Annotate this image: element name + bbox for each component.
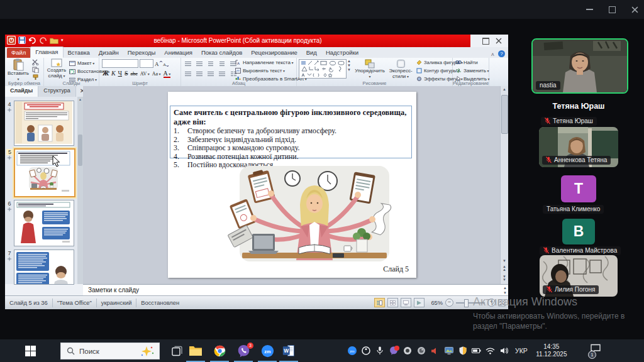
maximize-button[interactable]: [604, 4, 619, 14]
zoom-out-button[interactable]: −: [445, 299, 453, 307]
slideshow-view-button[interactable]: [414, 298, 425, 307]
tab-file[interactable]: Файл: [7, 48, 30, 58]
panel-scrollbar[interactable]: ▲: [77, 97, 83, 284]
battery-tray-icon[interactable]: [472, 346, 481, 356]
security-shield-tray-icon[interactable]: [458, 346, 467, 356]
shapes-more-icon[interactable]: ▼: [347, 68, 351, 72]
zoom-tray-icon[interactable]: zm: [347, 346, 357, 356]
slide-sorter-view-button[interactable]: [387, 298, 398, 307]
current-slide[interactable]: Саме вчитель є центральною фігурою інклю…: [168, 92, 416, 278]
underline-button[interactable]: Ч: [118, 70, 123, 77]
volume-tray-icon[interactable]: [499, 346, 509, 356]
taskbar-clock[interactable]: 14:35 11.12.2025: [534, 343, 569, 358]
tab-insert[interactable]: Вставка: [64, 48, 94, 58]
participant-tile-pogonya[interactable]: Лилия Погоня: [540, 255, 618, 297]
italic-button[interactable]: К: [111, 70, 116, 77]
grow-shrink-font-icons[interactable]: AA: [155, 60, 169, 67]
taskbar-search-box[interactable]: Поиск: [60, 343, 160, 359]
zoom-percentage[interactable]: 65%: [431, 300, 443, 306]
tab-view[interactable]: Вид: [302, 48, 321, 58]
shapes-scroll-up-icon[interactable]: ▲: [347, 59, 351, 63]
undo-icon[interactable]: [28, 37, 36, 44]
text-direction-button[interactable]: AНаправление текста: [235, 59, 307, 66]
shapes-gallery[interactable]: [299, 59, 347, 79]
tab-review[interactable]: Рецензирование: [247, 48, 301, 58]
tab-home[interactable]: Главная: [30, 47, 63, 58]
action-center-button[interactable]: 1: [590, 344, 605, 358]
participant-tile-nastia[interactable]: nastia: [531, 38, 628, 94]
slide-thumbnail-7[interactable]: [14, 250, 74, 285]
viber-taskbar-icon[interactable]: 3: [231, 339, 255, 362]
justify-button[interactable]: [218, 70, 226, 78]
align-right-button[interactable]: [206, 70, 215, 78]
reading-view-button[interactable]: [401, 298, 411, 307]
paste-button[interactable]: Вставить: [8, 58, 29, 82]
cut-icon[interactable]: [32, 59, 39, 65]
bullets-button[interactable]: [184, 60, 192, 68]
audio-alert-tray-icon[interactable]: [430, 346, 440, 356]
restore-window-icon[interactable]: [482, 38, 489, 45]
previous-slide-button[interactable]: ▲▲: [501, 265, 508, 272]
microphone-tray-icon[interactable]: [375, 346, 384, 356]
shapes-scroll-down-icon[interactable]: ▼: [347, 63, 351, 67]
panel-scrollbar-thumb[interactable]: [78, 134, 82, 166]
camera-app-tray-icon[interactable]: [402, 346, 412, 356]
bold-button[interactable]: Ж: [103, 70, 109, 77]
slide-thumbnail-5-selected[interactable]: [14, 148, 75, 197]
increase-indent-button[interactable]: [218, 60, 226, 68]
clear-formatting-button[interactable]: abc: [131, 71, 138, 77]
help-icon[interactable]: [498, 50, 505, 57]
slide-thumbnail-4[interactable]: [14, 101, 74, 146]
camera-app-tray-icon-2[interactable]: [416, 346, 426, 356]
slide-thumbnail-6[interactable]: [14, 200, 74, 246]
character-spacing-button[interactable]: AV: [140, 71, 150, 77]
tab-slides-thumbnails[interactable]: Слайды: [5, 86, 38, 97]
status-language[interactable]: украинский: [97, 299, 137, 307]
notes-pane[interactable]: Заметки к слайду ▲▼: [83, 284, 508, 295]
close-button[interactable]: [627, 4, 642, 14]
display-app-tray-icon[interactable]: [444, 346, 453, 356]
change-case-button[interactable]: Aa: [152, 71, 161, 77]
obs-tray-icon[interactable]: [361, 346, 370, 356]
numbering-button[interactable]: [195, 60, 204, 68]
participant-tile-annenkova[interactable]: Анненкова Тетяна: [539, 127, 618, 167]
scrollbar-thumb[interactable]: [501, 95, 508, 134]
next-slide-button[interactable]: ▼▼: [501, 275, 508, 282]
find-button[interactable]: Найти: [455, 59, 490, 66]
decrease-indent-button[interactable]: [206, 60, 215, 68]
strikethrough-button[interactable]: S: [125, 70, 128, 77]
zoom-taskbar-icon[interactable]: zm: [255, 339, 279, 362]
qat-dropdown-icon[interactable]: ▾: [61, 38, 64, 43]
language-indicator[interactable]: УКР: [513, 347, 530, 354]
tab-transitions[interactable]: Переходы: [123, 48, 160, 58]
font-size-select[interactable]: [140, 59, 153, 68]
tab-slideshow[interactable]: Показ слайдов: [197, 48, 247, 58]
arrange-button[interactable]: Упорядочить: [355, 59, 385, 80]
font-color-button[interactable]: А: [164, 70, 171, 78]
tab-animation[interactable]: Анимация: [160, 48, 197, 58]
word-taskbar-icon[interactable]: W: [277, 339, 301, 362]
chrome-taskbar-icon[interactable]: [208, 339, 231, 362]
zoom-slider-thumb[interactable]: [464, 299, 469, 307]
minimize-button[interactable]: [582, 4, 597, 14]
fit-to-window-button[interactable]: [498, 299, 506, 307]
format-painter-icon[interactable]: [32, 74, 39, 80]
wifi-tray-icon[interactable]: [486, 346, 495, 356]
slide-text-box[interactable]: Саме вчитель є центральною фігурою інклю…: [170, 106, 412, 158]
save-icon[interactable]: [18, 36, 26, 44]
zoom-in-button[interactable]: +: [487, 299, 496, 307]
close-window-icon[interactable]: [496, 38, 502, 44]
scroll-up-icon[interactable]: ▲: [501, 87, 508, 91]
replace-button[interactable]: Заменить: [455, 67, 490, 74]
align-left-button[interactable]: [184, 70, 192, 78]
tab-outline[interactable]: Структура: [38, 86, 76, 97]
tab-addins[interactable]: Надстройки: [321, 48, 363, 58]
font-name-select[interactable]: [102, 59, 138, 68]
align-center-button[interactable]: [195, 70, 204, 78]
file-explorer-taskbar-icon[interactable]: [184, 339, 208, 362]
scroll-down-icon[interactable]: ▼: [501, 259, 508, 263]
viber-tray-icon[interactable]: [389, 346, 398, 356]
tab-design[interactable]: Дизайн: [94, 48, 123, 58]
open-folder-icon[interactable]: [50, 37, 58, 44]
align-text-button[interactable]: Выровнять текст: [235, 67, 307, 74]
